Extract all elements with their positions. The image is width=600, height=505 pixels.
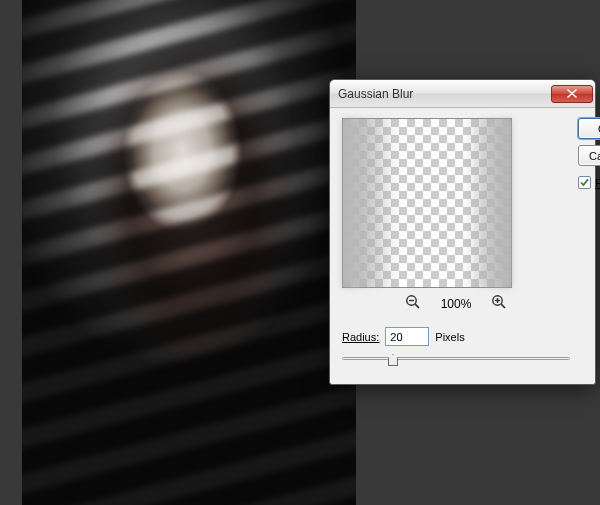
radius-label: Radius:: [342, 331, 379, 343]
document-canvas[interactable]: [22, 0, 356, 505]
zoom-out-icon[interactable]: [405, 294, 421, 313]
slider-track: [342, 357, 570, 360]
dialog-titlebar[interactable]: Gaussian Blur: [330, 80, 595, 108]
slider-handle[interactable]: [388, 354, 398, 366]
preview-toggle-row: Preview: [578, 176, 600, 189]
cancel-button[interactable]: Cancel: [578, 145, 600, 166]
preview-content: [343, 119, 511, 287]
zoom-controls: 100%: [342, 294, 570, 313]
preview-label: Preview: [595, 177, 600, 189]
zoom-percent: 100%: [441, 297, 472, 311]
gaussian-blur-dialog: Gaussian Blur 100% Radius:: [329, 79, 596, 385]
svg-line-1: [415, 304, 419, 308]
zoom-in-icon[interactable]: [491, 294, 507, 313]
filter-preview[interactable]: [342, 118, 512, 288]
radius-row: Radius: Pixels: [342, 327, 570, 346]
radius-input[interactable]: [385, 327, 429, 346]
light-stripes-overlay: [22, 0, 356, 505]
preview-checkbox[interactable]: [578, 176, 591, 189]
radius-unit: Pixels: [435, 331, 464, 343]
close-icon: [567, 89, 577, 98]
dialog-left-column: 100% Radius: Pixels: [342, 118, 570, 370]
checkmark-icon: [579, 177, 590, 188]
dialog-body: 100% Radius: Pixels OK Cancel: [330, 108, 595, 384]
dialog-title: Gaussian Blur: [338, 87, 551, 101]
svg-line-4: [502, 304, 506, 308]
ok-button[interactable]: OK: [578, 118, 600, 139]
dialog-right-column: OK Cancel Preview: [578, 118, 600, 370]
close-button[interactable]: [551, 85, 593, 103]
radius-slider[interactable]: [342, 352, 570, 370]
